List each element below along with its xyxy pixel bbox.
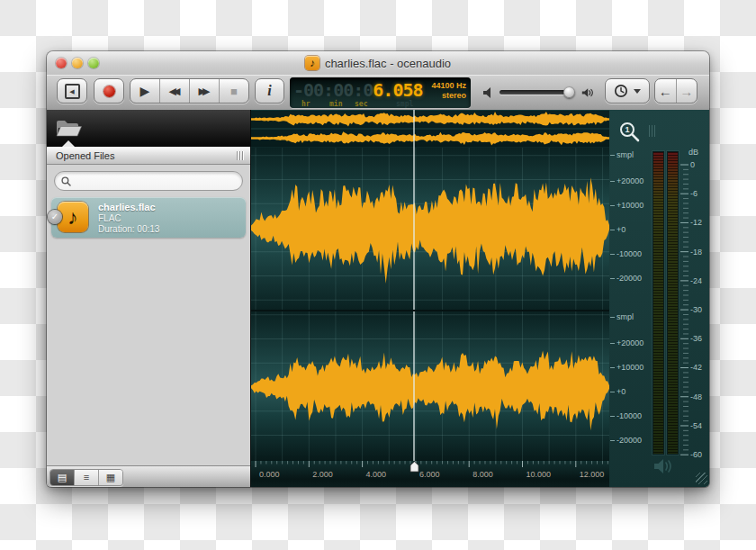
navigate-back-button[interactable]: ← [655,79,676,103]
volume-slider[interactable] [500,90,573,95]
sample-scale-label: +20000 [616,338,644,347]
time-tick-label: 2.000 [312,470,333,479]
transport-group: ▶ ◀◀ ▶▶ ■ [130,78,249,104]
view-mode-grid-button[interactable]: ▦ [98,470,122,485]
go-to-start-button[interactable]: ◀ [57,78,87,104]
navigate-forward-button[interactable]: → [676,79,698,103]
sidebar-search-field[interactable] [54,171,243,191]
active-tab-notch [62,140,75,147]
back-arrow-icon: ← [659,84,672,99]
monitor-speaker-icon[interactable] [652,456,676,476]
sample-scale-label: +20000 [616,176,644,185]
info-icon: i [267,83,271,99]
search-input[interactable] [71,173,242,189]
unit-min: min [329,100,342,108]
panel-grip-icon[interactable] [649,125,655,137]
time-tick-label: 6.000 [419,470,440,479]
db-scale-ticks [680,151,688,457]
record-button[interactable] [94,78,124,104]
overview-waveform [251,110,609,148]
time-format-button[interactable] [605,78,650,104]
db-scale-label: -30 [690,305,702,314]
channel-2-view[interactable] [251,311,609,461]
level-meter-right [667,151,679,455]
file-duration: Duration: 00:13 [98,224,159,234]
app-window: ♪ charlies.flac - ocenaudio ◀ ▶ ◀◀ ▶▶ ■ … [47,51,709,487]
sample-scale-label: +10000 [616,201,644,210]
fast-forward-button[interactable]: ▶▶ [189,79,219,103]
db-scale-title: dB [688,148,698,157]
stop-button[interactable]: ■ [219,79,248,103]
audio-file-icon: ♪ [58,202,88,232]
time-tick-label: 12.000 [580,470,605,479]
db-scale-label: -48 [690,392,702,401]
info-button[interactable]: i [255,78,284,104]
sample-scale-label: -10000 [616,411,642,420]
toolbar: ◀ ▶ ◀◀ ▶▶ ■ i -00:00:06.058 hr min sec s… [47,75,709,111]
channel-2-waveform [251,311,609,461]
history-nav-group: ← → [654,78,698,104]
db-scale-label: -60 [690,450,702,459]
window-resize-grip[interactable] [696,473,707,484]
sample-scale-label: smpl [616,312,634,321]
play-icon: ▶ [140,85,150,97]
opened-file-list-item[interactable]: ♪ charlies.flac FLAC Duration: 00:13 ✓ [51,197,246,238]
time-ruler[interactable]: 0.0002.0004.0006.0008.00010.00012.000 [251,461,609,487]
panel-drag-grip-icon[interactable] [237,151,243,160]
sample-scale-label: +0 [616,387,626,396]
sidebar-panel-header: Opened Files [47,147,250,165]
right-scale-panel: 1 smpl+20000+10000+0-10000-20000 smpl+20… [609,110,709,487]
channel-1-view[interactable] [251,148,609,310]
time-display-bright-digits: 6.058 [373,79,422,101]
window-title: charlies.flac - ocenaudio [325,57,451,70]
file-name: charlies.flac [98,202,159,212]
chevron-down-icon [634,89,641,94]
time-display-dim-digits: -00:00:0 [293,79,373,101]
sidebar-panel-title: Opened Files [56,150,237,161]
playhead-marker[interactable] [410,461,419,473]
sample-scale-label: +10000 [616,363,644,372]
sidebar: Opened Files ♪ charlies.flac FLAC Durati… [47,110,250,487]
go-to-start-icon: ◀ [65,84,80,99]
time-display[interactable]: -00:00:06.058 hr min sec smpl 44100 Hz s… [290,77,471,108]
sample-scale-label: -20000 [616,436,642,445]
time-tick-label: 8.000 [472,470,493,479]
volume-slider-knob[interactable] [563,86,575,98]
volume-down-icon[interactable] [482,86,497,99]
play-button[interactable]: ▶ [130,79,159,103]
forward-arrow-icon: → [680,84,693,99]
channel-1-waveform [251,148,609,310]
sample-scale-label: +0 [616,225,626,234]
view-mode-list-button[interactable]: ≡ [74,470,98,485]
view-mode-detailed-button[interactable]: ▤ [50,470,74,485]
opened-files-folder-icon[interactable] [54,117,83,140]
volume-up-icon[interactable] [581,86,596,99]
db-scale-label: -12 [690,218,702,227]
clock-icon [614,84,628,98]
sample-scale-label: smpl [616,150,634,159]
zoom-magnifier-icon[interactable]: 1 [618,121,642,144]
db-scale-label: -36 [690,334,702,343]
unit-hr: hr [302,100,310,108]
time-tick-label: 0.000 [259,470,280,479]
db-scale-label: -18 [690,248,702,257]
file-format: FLAC [98,213,159,223]
sample-rate-label: 44100 Hz [431,81,466,91]
db-scale-label: -24 [690,276,702,285]
channel-mode-label: stereo [431,91,466,101]
file-overview-strip[interactable] [251,110,609,148]
db-scale-label: -54 [690,421,702,430]
rewind-icon: ◀◀ [169,86,181,96]
db-scale-label: -6 [690,189,698,198]
rewind-button[interactable]: ◀◀ [159,79,189,103]
file-loaded-check-icon: ✓ [48,210,62,224]
db-scale-label: 0 [690,160,695,169]
search-icon [61,176,71,186]
sample-scale-label: -20000 [616,274,642,283]
unit-sec: sec [355,100,367,108]
sample-scale-label: -10000 [616,249,642,258]
zoom-level-text: 1 [625,125,629,134]
waveform-plot[interactable]: 0.0002.0004.0006.0008.00010.00012.000 [251,110,609,487]
title-bar[interactable]: ♪ charlies.flac - ocenaudio [47,51,709,76]
stop-icon: ■ [230,86,238,97]
